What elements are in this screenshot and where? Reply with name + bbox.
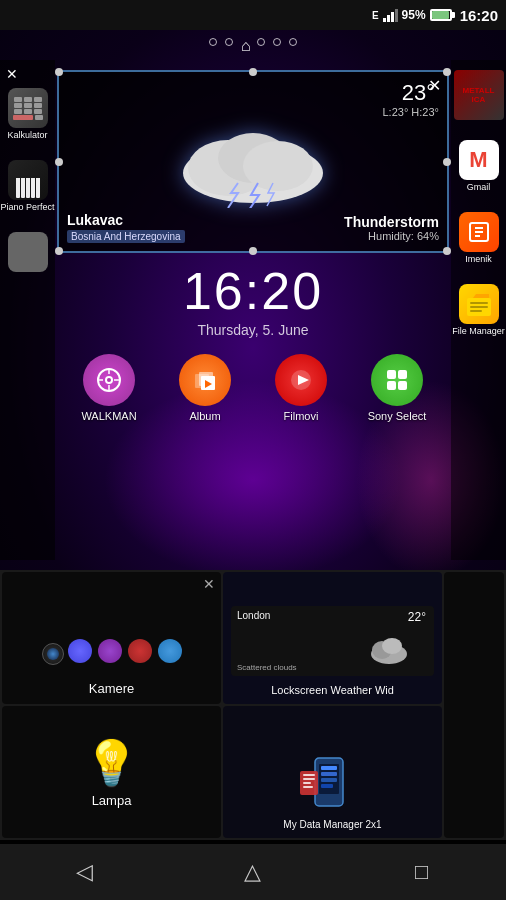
- lampa-widget[interactable]: 💡 Lampa: [2, 706, 221, 838]
- weather-humidity: Humidity: 64%: [344, 230, 439, 242]
- weather-condition: Thunderstorm: [344, 214, 439, 230]
- weather-widget[interactable]: ✕ 23° L:23° H:23°: [57, 70, 449, 253]
- weather-minmax: L:23° H:23°: [382, 106, 439, 118]
- battery-icon: [430, 9, 452, 21]
- svg-rect-30: [321, 766, 337, 770]
- resize-handle-ml[interactable]: [55, 158, 63, 166]
- gmail-icon: M: [459, 140, 499, 180]
- kamere-label: Kamere: [89, 681, 135, 696]
- recent-button[interactable]: □: [392, 852, 452, 892]
- walkman-icon: [83, 354, 135, 406]
- svg-point-11: [243, 141, 313, 191]
- kamere-close[interactable]: ✕: [203, 576, 215, 592]
- resize-handle-bc[interactable]: [249, 247, 257, 255]
- resize-handle-br[interactable]: [443, 247, 451, 255]
- piano-icon: [8, 160, 48, 200]
- lockscreen-label: Lockscreen Weather Wid: [271, 684, 394, 696]
- sony-select-icon: [371, 354, 423, 406]
- resize-handle-bl[interactable]: [55, 247, 63, 255]
- svg-rect-22: [398, 370, 407, 379]
- right-panel: METALLICA M Gmail Imenik File Manager: [451, 60, 506, 560]
- svg-rect-6: [470, 306, 488, 308]
- battery-percent: 95%: [402, 8, 426, 22]
- page-dot-2[interactable]: [225, 38, 233, 46]
- weather-region: Bosnia And Herzegovina: [67, 230, 185, 243]
- svg-rect-37: [303, 782, 311, 784]
- gmail-label: Gmail: [467, 182, 491, 192]
- page-dot-home[interactable]: ⌂: [241, 38, 249, 46]
- app-album[interactable]: Album: [170, 354, 240, 422]
- datamanager-widget[interactable]: My Data Manager 2x1: [223, 706, 442, 838]
- app-gmail[interactable]: M Gmail: [459, 140, 499, 192]
- svg-rect-24: [398, 381, 407, 390]
- album-label: Album: [189, 410, 220, 422]
- svg-rect-38: [303, 786, 313, 788]
- center-panel: ✕ 23° L:23° H:23°: [57, 60, 449, 560]
- bottom-widget-area: ✕ Kamere London 22° Scattered clouds: [0, 570, 506, 840]
- resize-handle-tl[interactable]: [55, 68, 63, 76]
- lockscreen-widget[interactable]: London 22° Scattered clouds Lockscreen W…: [223, 572, 442, 704]
- svg-rect-21: [387, 370, 396, 379]
- page-dot-6[interactable]: [289, 38, 297, 46]
- svg-rect-31: [321, 772, 337, 776]
- resize-handle-tc[interactable]: [249, 68, 257, 76]
- kamere-widget[interactable]: ✕ Kamere: [2, 572, 221, 704]
- page-dot-1[interactable]: [209, 38, 217, 46]
- svg-point-27: [382, 638, 402, 654]
- navigation-bar: ◁ △ □: [0, 844, 506, 900]
- imenik-label: Imenik: [465, 254, 492, 264]
- kalkulator-label: Kalkulator: [7, 130, 47, 140]
- page-dot-4[interactable]: [257, 38, 265, 46]
- app-gray[interactable]: [8, 232, 48, 272]
- status-bar: E 95% 16:20: [0, 0, 506, 30]
- svg-rect-36: [303, 778, 315, 780]
- app-imenik[interactable]: Imenik: [459, 212, 499, 264]
- file-manager-icon: [459, 284, 499, 324]
- clock-date: Thursday, 5. June: [183, 322, 323, 338]
- svg-point-14: [107, 378, 111, 382]
- app-kalkulator[interactable]: Kalkulator: [7, 88, 47, 140]
- home-button[interactable]: △: [223, 852, 283, 892]
- app-walkman[interactable]: WALKMAN: [74, 354, 144, 422]
- weather-widget-close[interactable]: ✕: [428, 76, 441, 95]
- svg-rect-7: [470, 310, 482, 312]
- clock-status: 16:20: [460, 7, 498, 24]
- network-type: E: [372, 10, 379, 21]
- resize-handle-mr[interactable]: [443, 158, 451, 166]
- resize-handle-tr[interactable]: [443, 68, 451, 76]
- filmovi-label: Filmovi: [284, 410, 319, 422]
- metallica-icon[interactable]: METALLICA: [454, 70, 504, 120]
- svg-rect-23: [387, 381, 396, 390]
- app-sony-select[interactable]: Sony Select: [362, 354, 432, 422]
- imenik-icon: [459, 212, 499, 252]
- walkman-label: WALKMAN: [81, 410, 136, 422]
- weather-info: Lukavac Bosnia And Herzegovina Thunderst…: [67, 212, 439, 243]
- datamanager-label: My Data Manager 2x1: [283, 819, 381, 830]
- page-dots: ⌂: [209, 38, 297, 46]
- album-icon: [179, 354, 231, 406]
- back-button[interactable]: ◁: [54, 852, 114, 892]
- signal-icon: [383, 8, 398, 22]
- clock-display: 16:20 Thursday, 5. June: [183, 263, 323, 338]
- camera-filter-dots: [68, 639, 182, 663]
- filmovi-icon: [275, 354, 327, 406]
- narrow-column: [444, 572, 504, 838]
- app-piano[interactable]: Piano Perfect: [0, 160, 54, 212]
- app-icons-row: WALKMAN Album Filmovi: [57, 354, 449, 422]
- camera-lens: [42, 643, 64, 665]
- app-file-manager[interactable]: File Manager: [452, 284, 505, 336]
- svg-rect-32: [321, 778, 337, 782]
- weather-cloud: [67, 118, 439, 208]
- kalkulator-icon: [8, 88, 48, 128]
- clock-time: 16:20: [183, 263, 323, 320]
- lamp-icon: 💡: [84, 737, 139, 789]
- weather-location: Lukavac: [67, 212, 185, 228]
- piano-label: Piano Perfect: [0, 202, 54, 212]
- gray-icon: [8, 232, 48, 272]
- file-manager-label: File Manager: [452, 326, 505, 336]
- lampa-label: Lampa: [92, 793, 132, 808]
- app-filmovi[interactable]: Filmovi: [266, 354, 336, 422]
- svg-rect-5: [470, 302, 488, 304]
- page-dot-5[interactable]: [273, 38, 281, 46]
- left-panel-close[interactable]: ✕: [6, 66, 18, 82]
